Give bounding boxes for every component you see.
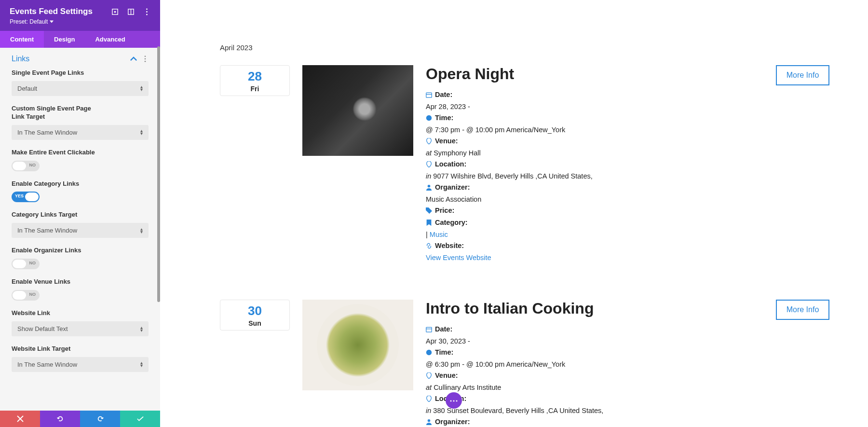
settings-sidebar: Events Feed Settings Preset: Default Con… <box>0 0 160 427</box>
select-website-link[interactable]: Show Default Text ▴▾ <box>12 321 149 336</box>
floating-action-button[interactable]: ⋯ <box>446 392 462 409</box>
tab-advanced[interactable]: Advanced <box>85 31 135 48</box>
label-make-clickable: Make Entire Event Clickable <box>12 149 98 157</box>
svg-point-16 <box>426 350 432 355</box>
cancel-button[interactable] <box>0 411 40 427</box>
select-cat-target[interactable]: In The Same Window ▴▾ <box>12 223 149 238</box>
calendar-icon <box>426 326 432 332</box>
split-icon[interactable] <box>127 8 135 15</box>
svg-point-1 <box>114 11 116 13</box>
label-website-target: Website Link Target <box>12 345 98 353</box>
event-details: Opera Night Date: Apr 28, 2023 - Time: @… <box>426 65 763 264</box>
svg-rect-10 <box>426 93 432 97</box>
svg-point-9 <box>145 61 146 62</box>
event-details: Intro to Italian Cooking Date: Apr 30, 2… <box>426 300 763 427</box>
tab-content[interactable]: Content <box>0 31 44 48</box>
website-link[interactable]: View Events Website <box>426 254 491 262</box>
person-icon <box>426 184 432 191</box>
select-website-target[interactable]: In The Same Window ▴▾ <box>12 357 149 372</box>
sidebar-title: Events Feed Settings <box>10 7 111 16</box>
tab-design[interactable]: Design <box>44 31 85 48</box>
event-row: 30 Sun Intro to Italian Cooking Date: Ap… <box>220 300 829 427</box>
expand-icon[interactable] <box>111 8 119 15</box>
month-header: April 2023 <box>220 43 829 52</box>
svg-point-5 <box>146 11 148 13</box>
select-single-event-links[interactable]: Default ▴▾ <box>12 81 149 96</box>
svg-point-7 <box>145 55 146 57</box>
chevron-up-icon[interactable] <box>130 55 137 62</box>
preset-dropdown[interactable]: Preset: Default <box>10 18 111 25</box>
preview-area: April 2023 28 Fri Opera Night Date: Apr … <box>160 0 868 427</box>
menu-dots-icon[interactable] <box>142 55 149 62</box>
clock-icon <box>426 115 432 121</box>
menu-dots-icon[interactable] <box>143 8 150 15</box>
toggle-enable-org[interactable]: NO <box>12 259 40 269</box>
clock-icon <box>426 349 432 356</box>
redo-button[interactable] <box>80 411 120 427</box>
label-website-link: Website Link <box>12 309 98 317</box>
link-icon <box>426 243 432 249</box>
svg-point-17 <box>428 419 431 422</box>
svg-point-13 <box>428 185 431 188</box>
person-icon <box>426 419 432 425</box>
date-box: 30 Sun <box>220 300 290 331</box>
more-info-button[interactable]: More Info <box>776 65 829 85</box>
svg-point-12 <box>426 115 432 121</box>
select-custom-target[interactable]: In The Same Window ▴▾ <box>12 125 149 140</box>
pin-icon <box>426 161 432 167</box>
pin-icon <box>426 138 432 144</box>
svg-rect-14 <box>426 328 432 332</box>
section-title[interactable]: Links <box>12 55 29 63</box>
toggle-enable-cat[interactable]: YES <box>12 192 40 202</box>
tag-icon <box>426 207 432 214</box>
footer-actions <box>0 411 160 427</box>
section-links: Links Single Event Page Links Default ▴▾… <box>0 48 160 411</box>
label-enable-org: Enable Organizer Links <box>12 247 98 255</box>
calendar-icon <box>426 92 432 98</box>
toggle-make-clickable[interactable]: NO <box>12 161 40 171</box>
event-image <box>302 65 413 156</box>
undo-button[interactable] <box>40 411 80 427</box>
toggle-enable-venue[interactable]: NO <box>12 290 40 301</box>
bookmark-icon <box>426 220 432 226</box>
more-info-button[interactable]: More Info <box>776 300 829 320</box>
label-cat-target: Category Links Target <box>12 211 98 219</box>
event-image <box>302 300 413 390</box>
sidebar-header: Events Feed Settings Preset: Default <box>0 0 160 31</box>
event-title[interactable]: Opera Night <box>426 65 763 83</box>
label-enable-venue: Enable Venue Links <box>12 278 98 286</box>
svg-point-6 <box>146 14 148 15</box>
svg-point-8 <box>145 58 146 60</box>
event-row: 28 Fri Opera Night Date: Apr 28, 2023 - … <box>220 65 829 264</box>
tabs: Content Design Advanced <box>0 31 160 48</box>
svg-point-4 <box>146 8 148 10</box>
label-enable-cat: Enable Category Links <box>12 180 98 188</box>
confirm-button[interactable] <box>120 411 160 427</box>
event-title[interactable]: Intro to Italian Cooking <box>426 300 763 317</box>
category-link[interactable]: Music <box>430 231 448 238</box>
pin-icon <box>426 396 432 402</box>
label-single-event-links: Single Event Page Links <box>12 69 98 77</box>
date-box: 28 Fri <box>220 65 290 96</box>
label-custom-target: Custom Single Event Page Link Target <box>12 105 98 121</box>
pin-icon <box>426 372 432 379</box>
